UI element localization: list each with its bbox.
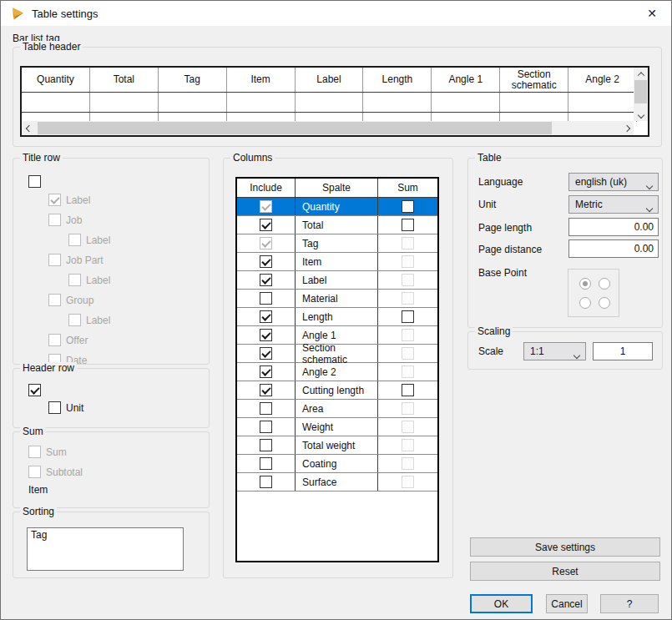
include-cell: [237, 271, 296, 289]
include-cell: [237, 455, 296, 472]
columns-row-angle-2[interactable]: Angle 2: [237, 363, 437, 381]
sum-checkbox-section-schematic: [402, 347, 414, 360]
scale-label: Scale: [478, 345, 503, 357]
language-label: Language: [478, 176, 523, 188]
sum-cell: [378, 234, 437, 252]
empty-cell: [296, 93, 364, 112]
scroll-left-icon[interactable]: [23, 122, 35, 134]
scale-ratio-select[interactable]: 1:1: [523, 342, 586, 360]
columns-row-cutting-length[interactable]: Cutting length: [237, 381, 437, 400]
title-row-item-label-6: Label: [68, 314, 110, 326]
empty-cell: [22, 93, 90, 112]
header-column-tag: Tag: [159, 68, 227, 92]
sum-item-subtotal: Subtotal: [28, 466, 83, 478]
title-row-item-label-0: Label: [48, 194, 90, 206]
sum-checkbox-length[interactable]: [402, 310, 414, 323]
header-row-group: Header row Unit: [13, 368, 210, 428]
include-checkbox-coating[interactable]: [260, 457, 272, 470]
scroll-right-icon[interactable]: [620, 122, 633, 134]
columns-row-weight[interactable]: Weight: [237, 418, 437, 436]
sum-checkbox-total[interactable]: [402, 219, 414, 231]
empty-cell: [363, 93, 432, 112]
scroll-up-icon[interactable]: [634, 68, 647, 80]
columns-row-quantity[interactable]: Quantity: [237, 198, 437, 216]
sorting-listbox[interactable]: Tag: [27, 527, 184, 571]
vertical-scrollbar-thumb[interactable]: [634, 80, 647, 103]
columns-row-total[interactable]: Total: [237, 216, 437, 234]
scroll-down-icon[interactable]: [634, 108, 647, 121]
sorting-item-tag[interactable]: Tag: [28, 528, 183, 542]
sum-group-label: Sum: [20, 426, 46, 437]
columns-row-surface[interactable]: Surface: [237, 473, 437, 491]
columns-row-item[interactable]: Item: [237, 253, 437, 271]
include-checkbox-label[interactable]: [260, 274, 272, 286]
include-checkbox-total-weight[interactable]: [260, 439, 272, 451]
vertical-scrollbar[interactable]: [634, 68, 648, 121]
include-cell: [237, 381, 296, 399]
include-checkbox-area[interactable]: [260, 402, 272, 415]
include-cell: [237, 326, 296, 344]
page-distance-label: Page distance: [478, 244, 542, 255]
include-checkbox-angle-2[interactable]: [260, 365, 272, 378]
unit-select[interactable]: Metric: [568, 195, 659, 214]
cancel-button[interactable]: Cancel: [546, 594, 588, 613]
columns-row-material[interactable]: Material: [237, 290, 437, 308]
sum-checkbox-surface: [402, 476, 414, 488]
page-distance-input[interactable]: [568, 239, 659, 258]
close-button[interactable]: ✕: [633, 1, 671, 25]
include-checkbox-cutting-length[interactable]: [260, 384, 272, 396]
reset-button[interactable]: Reset: [470, 562, 660, 581]
sum-checkbox-quantity[interactable]: [402, 200, 414, 213]
columns-row-length[interactable]: Length: [237, 308, 437, 326]
columns-row-label[interactable]: Label: [237, 271, 437, 290]
include-checkbox-angle-1[interactable]: [260, 329, 272, 341]
checkbox-label: Job Part: [66, 255, 104, 266]
app-logo-icon: [10, 6, 25, 21]
horizontal-scrollbar[interactable]: [22, 121, 634, 135]
sum-checkbox-item: [402, 255, 414, 268]
table-header-group: Table header QuantityTotalTagItemLabelLe…: [13, 47, 662, 147]
include-cell: [237, 345, 296, 362]
language-select[interactable]: english (uk): [568, 173, 659, 191]
titlebar: Table settings ✕: [1, 1, 671, 26]
include-checkbox-surface[interactable]: [260, 476, 272, 488]
column-name-label: Material: [296, 290, 378, 307]
include-checkbox-total[interactable]: [260, 219, 272, 231]
columns-row-tag[interactable]: Tag: [237, 234, 437, 253]
columns-row-area[interactable]: Area: [237, 400, 437, 418]
sum-cell: [378, 271, 437, 289]
include-checkbox-section-schematic[interactable]: [260, 347, 272, 360]
horizontal-scrollbar-thumb[interactable]: [38, 122, 552, 134]
columns-group: Columns Include Spalte Sum QuantityTotal…: [223, 158, 453, 578]
include-checkbox-weight[interactable]: [260, 421, 272, 433]
page-length-input[interactable]: [568, 218, 659, 236]
ok-button[interactable]: OK: [470, 594, 533, 613]
chevron-down-icon: [574, 349, 579, 360]
base-point-radio-bottom-right: [599, 297, 610, 309]
include-cell: [237, 234, 296, 252]
help-button[interactable]: ?: [600, 594, 659, 613]
include-checkbox-item[interactable]: [260, 255, 272, 268]
columns-table: Include Spalte Sum QuantityTotalTagItemL…: [235, 177, 439, 562]
columns-row-section-schematic[interactable]: Section schematic: [237, 345, 437, 363]
include-checkbox-length[interactable]: [260, 310, 272, 323]
unit-checkbox[interactable]: [48, 401, 61, 414]
columns-row-coating[interactable]: Coating: [237, 455, 437, 473]
include-checkbox-material[interactable]: [260, 292, 272, 305]
sum-checkbox-cutting-length[interactable]: [402, 384, 414, 396]
unit-checkbox-label: Unit: [66, 402, 83, 414]
scale-ratio-value: 1:1: [530, 345, 544, 357]
scale-factor-input[interactable]: [593, 342, 653, 360]
column-name-label: Label: [296, 271, 378, 289]
unit-label: Unit: [478, 199, 496, 210]
table-header-columns: QuantityTotalTagItemLabelLengthAngle 1Se…: [22, 68, 637, 93]
save-settings-button[interactable]: Save settings: [470, 537, 660, 557]
title-row-item-offer-7: Offer: [48, 334, 88, 346]
title-row-checkbox[interactable]: [28, 175, 41, 188]
sum-item-label: Item: [28, 484, 48, 496]
columns-row-total-weight[interactable]: Total weight: [237, 436, 437, 455]
table-group-label: Table: [475, 152, 504, 164]
header-row-checkbox[interactable]: [28, 384, 41, 396]
sum-column-header: Sum: [378, 179, 437, 197]
column-name-label: Cutting length: [296, 381, 378, 399]
